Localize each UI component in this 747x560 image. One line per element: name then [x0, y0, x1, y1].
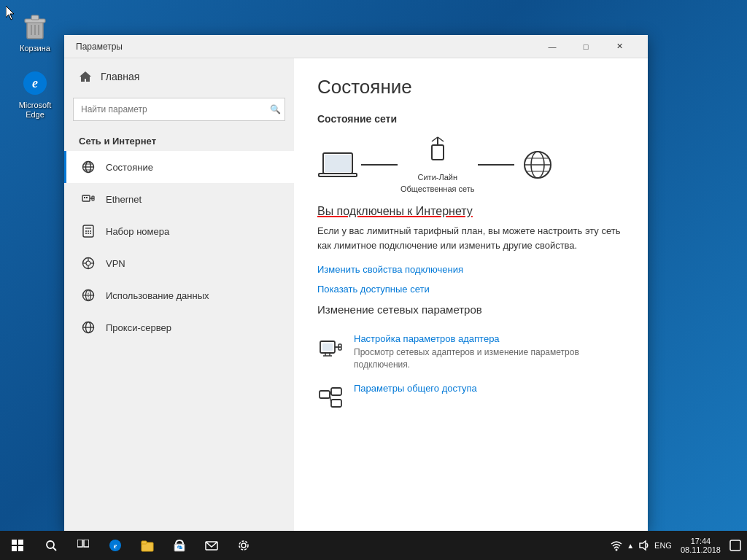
svg-text:e: e: [114, 542, 117, 550]
laptop-icon: [317, 149, 358, 181]
sidebar-item-ethernet-label: Ethernet: [106, 194, 142, 205]
taskbar-clock[interactable]: 17:44 08.11.2018: [676, 535, 725, 556]
taskbar-explorer-button[interactable]: [131, 531, 163, 560]
sharing-settings-item: Параметры общего доступа: [317, 377, 624, 416]
search-input[interactable]: [73, 98, 285, 121]
taskbar-settings-button[interactable]: [228, 531, 260, 560]
window-controls: — □ ✕: [535, 35, 636, 58]
adapter-title-link[interactable]: Настройка параметров адаптера: [354, 333, 624, 344]
svg-line-69: [53, 548, 56, 551]
sidebar-item-status-label: Состояние: [106, 162, 153, 173]
sharing-title-link[interactable]: Параметры общего доступа: [354, 383, 477, 394]
recycle-bin-icon: [20, 12, 50, 41]
router-icon: Сити-Лайн Общественная сеть: [400, 136, 475, 193]
taskbar-edge-button[interactable]: e: [99, 531, 131, 560]
svg-rect-70: [77, 540, 82, 547]
up-arrow-icon[interactable]: ▲: [627, 542, 634, 550]
adapter-settings-item: Настройка параметров адаптера Просмотр с…: [317, 327, 624, 377]
home-icon: [79, 70, 92, 83]
page-title: Состояние: [317, 76, 624, 98]
taskbar-search-button[interactable]: [35, 531, 67, 560]
network-type-label: Общественная сеть: [400, 184, 475, 193]
sidebar-item-ethernet[interactable]: Ethernet: [64, 183, 294, 215]
svg-rect-41: [325, 155, 351, 172]
data-usage-icon: [81, 288, 96, 303]
sidebar-item-vpn-label: VPN: [106, 258, 125, 269]
svg-rect-53: [322, 343, 333, 351]
sidebar-item-status[interactable]: Состояние: [64, 151, 294, 183]
search-icon: 🔍: [270, 104, 281, 114]
sidebar-section-title: Сеть и Интернет: [64, 130, 294, 151]
svg-rect-59: [320, 391, 330, 398]
show-available-networks-link[interactable]: Показать доступные сети: [317, 284, 624, 295]
svg-marker-82: [640, 541, 646, 550]
adapter-icon: [317, 335, 344, 361]
sidebar-search-container: 🔍: [73, 98, 285, 121]
svg-text:🛍: 🛍: [177, 545, 182, 550]
volume-icon[interactable]: [638, 540, 650, 551]
sidebar-item-dialup[interactable]: Набор номера: [64, 215, 294, 247]
network-name-label: Сити-Лайн: [418, 173, 458, 182]
sharing-settings-text: Параметры общего доступа: [354, 383, 477, 396]
edge-icon: e: [20, 69, 50, 98]
main-content: Состояние Состояние сети: [294, 58, 648, 531]
language-label[interactable]: ENG: [654, 541, 672, 550]
network-tray-icon[interactable]: [611, 540, 622, 551]
connector-2: [478, 164, 514, 166]
maximize-button[interactable]: □: [569, 35, 603, 58]
svg-rect-66: [12, 546, 17, 551]
window-body: Главная 🔍 Сеть и Интернет: [64, 58, 648, 531]
sidebar-item-proxy[interactable]: Прокси-сервер: [64, 311, 294, 343]
taskbar-mail-button[interactable]: [196, 531, 228, 560]
taskbar: e 🛍: [0, 531, 747, 560]
svg-line-63: [330, 394, 331, 403]
desktop-icon-recycle[interactable]: Корзина: [9, 9, 61, 56]
desktop: Корзина e Microsoft Edge Параметры — □ ✕: [0, 0, 747, 560]
change-properties-link[interactable]: Изменить свойства подключения: [317, 264, 624, 275]
svg-line-45: [432, 137, 438, 141]
change-section-title: Изменение сетевых параметров: [317, 303, 624, 316]
taskbar-settings-icon: [237, 539, 250, 552]
sidebar-item-vpn[interactable]: VPN: [64, 247, 294, 279]
window-titlebar: Параметры — □ ✕: [64, 35, 648, 58]
edge-label: Microsoft Edge: [12, 101, 58, 120]
svg-point-68: [47, 541, 54, 548]
network-status-title: Состояние сети: [317, 113, 624, 125]
taskbar-explorer-icon: [141, 539, 154, 552]
sidebar-item-dialup-label: Набор номера: [106, 226, 169, 237]
close-button[interactable]: ✕: [603, 35, 636, 58]
svg-text:e: e: [32, 76, 38, 90]
svg-point-79: [241, 543, 246, 548]
svg-point-28: [86, 261, 90, 265]
svg-rect-67: [18, 546, 23, 551]
minimize-button[interactable]: —: [535, 35, 569, 58]
svg-point-25: [88, 233, 89, 234]
svg-rect-3: [31, 15, 39, 20]
clock-time: 17:44: [691, 537, 711, 545]
windows-icon: [12, 540, 23, 551]
notification-icon[interactable]: [729, 540, 741, 551]
task-view-icon: [77, 540, 89, 551]
info-text: Если у вас лимитный тарифный план, вы мо…: [317, 224, 624, 252]
start-button[interactable]: [0, 531, 35, 560]
svg-point-26: [90, 233, 91, 234]
svg-line-46: [438, 137, 444, 141]
ethernet-icon: [81, 192, 96, 206]
phone-icon: [81, 224, 96, 238]
proxy-icon: [81, 320, 96, 335]
connected-text: Вы подключены к Интернету: [317, 205, 624, 218]
vpn-icon: [81, 256, 96, 271]
globe-icon-status: [81, 160, 96, 174]
svg-point-81: [616, 549, 618, 551]
task-view-button[interactable]: [67, 531, 99, 560]
recycle-bin-label: Корзина: [20, 44, 50, 53]
svg-point-80: [239, 541, 248, 550]
sidebar-item-data-label: Использование данных: [106, 290, 209, 301]
svg-rect-64: [12, 540, 17, 545]
sidebar: Главная 🔍 Сеть и Интернет: [64, 58, 294, 531]
desktop-icon-edge[interactable]: e Microsoft Edge: [9, 66, 61, 122]
clock-date: 08.11.2018: [681, 545, 721, 554]
sidebar-home[interactable]: Главная: [64, 58, 294, 95]
taskbar-store-button[interactable]: 🛍: [163, 531, 196, 560]
sidebar-item-data-usage[interactable]: Использование данных: [64, 279, 294, 311]
